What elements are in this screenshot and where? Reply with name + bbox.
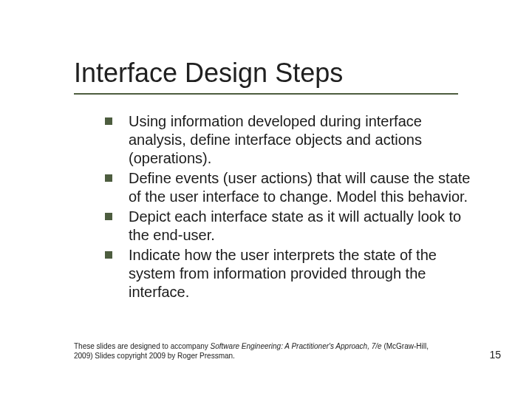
list-item: Using information developed during inter… [105, 112, 474, 168]
bullet-list: Using information developed during inter… [105, 112, 474, 303]
list-item: Indicate how the user interprets the sta… [105, 246, 474, 301]
list-item: Define events (user actions) that will c… [105, 169, 474, 206]
footer-text: These slides are designed to accompany S… [74, 341, 443, 361]
list-item-text: Using information developed during inter… [129, 112, 474, 168]
square-bullet-icon [105, 174, 112, 182]
slide: Interface Design Steps Using information… [0, 0, 532, 399]
list-item-text: Define events (user actions) that will c… [129, 169, 474, 206]
page-number: 15 [489, 349, 501, 361]
footer-prefix: These slides are designed to accompany [74, 342, 211, 350]
title-underline [74, 93, 458, 95]
square-bullet-icon [105, 251, 112, 259]
list-item-text: Indicate how the user interprets the sta… [129, 246, 474, 301]
list-item: Depict each interface state as it will a… [105, 208, 474, 245]
square-bullet-icon [105, 213, 112, 220]
slide-title: Interface Design Steps [74, 58, 343, 89]
list-item-text: Depict each interface state as it will a… [129, 208, 474, 245]
square-bullet-icon [105, 117, 112, 125]
footer-book-title: Software Engineering: A Practitioner's A… [211, 342, 382, 350]
